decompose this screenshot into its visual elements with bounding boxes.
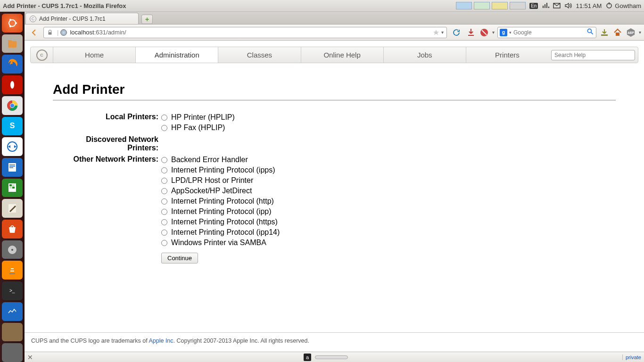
private-indicator[interactable]: private — [622, 354, 641, 360]
dash-icon[interactable] — [2, 14, 23, 33]
browser-tab[interactable]: C Add Printer - CUPS 1.7rc1 — [25, 13, 139, 24]
vlc-icon[interactable] — [2, 261, 23, 280]
sysmon-app-icon[interactable] — [2, 302, 23, 321]
radio-lpd[interactable] — [161, 178, 167, 184]
writer-icon[interactable] — [2, 158, 23, 177]
svg-point-12 — [10, 104, 14, 107]
help-search-input[interactable] — [551, 50, 635, 60]
svg-point-3 — [9, 19, 11, 21]
url-bar[interactable]: | localhost:631/admin/ ▾ — [43, 27, 447, 38]
nav-home[interactable]: Home — [53, 47, 136, 63]
firefox-icon[interactable] — [2, 55, 23, 74]
terminal-icon[interactable]: >_ — [2, 281, 23, 300]
svg-rect-30 — [9, 273, 15, 274]
radio-hp-printer[interactable] — [161, 115, 167, 121]
reload-button[interactable] — [450, 26, 463, 39]
svg-rect-35 — [468, 35, 474, 36]
printer-option: Internet Printing Protocol (ipp14) — [161, 227, 616, 238]
radio-samba[interactable] — [161, 240, 167, 246]
toolbar-dropdown-icon[interactable]: ▾ — [492, 30, 495, 35]
save-button-icon[interactable] — [599, 27, 610, 38]
addon-a-icon[interactable]: a — [304, 354, 311, 361]
svg-rect-28 — [11, 268, 14, 269]
svg-point-27 — [11, 249, 13, 251]
svg-point-9 — [10, 81, 14, 89]
search-go-icon[interactable] — [586, 28, 594, 37]
svg-rect-18 — [9, 166, 15, 167]
opera-icon[interactable] — [2, 75, 23, 94]
zoom-slider[interactable] — [315, 355, 348, 359]
nav-printers[interactable]: Printers — [466, 47, 548, 63]
svg-point-1 — [9, 20, 16, 26]
svg-rect-5 — [8, 41, 17, 48]
radio-hp-fax[interactable] — [161, 125, 167, 131]
search-engine-icon[interactable]: g — [500, 29, 507, 36]
svg-rect-22 — [12, 184, 15, 186]
bookmark-star-icon[interactable] — [433, 29, 439, 36]
nav-classes[interactable]: Classes — [218, 47, 301, 63]
downloads-button[interactable] — [466, 27, 476, 38]
session-indicator[interactable]: Gowtham — [605, 2, 641, 9]
svg-point-2 — [15, 22, 17, 24]
nav-administration[interactable]: Administration — [136, 47, 218, 63]
clock[interactable]: 11:51 AM — [576, 2, 602, 9]
radio-ipp14[interactable] — [161, 230, 167, 236]
back-button[interactable] — [27, 26, 41, 39]
printer-option: AppSocket/HP JetDirect — [161, 186, 616, 196]
other-printers-label: Other Network Printers: — [53, 154, 161, 165]
software-center-icon[interactable] — [2, 220, 23, 239]
radio-ipps[interactable] — [161, 167, 167, 173]
skype-icon[interactable]: S — [2, 117, 23, 136]
radio-backend-error[interactable] — [161, 157, 167, 163]
search-bar[interactable]: g ▾ — [497, 27, 596, 38]
firefox-addonbar: ✕ a private — [25, 352, 644, 362]
radio-http[interactable] — [161, 198, 167, 205]
teamviewer-icon[interactable] — [2, 137, 23, 156]
files-icon[interactable] — [2, 34, 23, 53]
printer-option: Internet Printing Protocol (ipps) — [161, 165, 616, 175]
page-content: Add Printer Local Printers: HP Printer (… — [25, 63, 644, 273]
apple-link[interactable]: Apple Inc. — [149, 337, 175, 344]
disk-icon[interactable] — [2, 240, 23, 259]
new-tab-button[interactable]: + — [141, 15, 153, 24]
url-dropdown-icon[interactable]: ▾ — [441, 30, 444, 35]
page-viewport: C Home Administration Classes Online Hel… — [25, 41, 644, 349]
noscript-button[interactable] — [479, 27, 489, 38]
abp-button[interactable]: ABP — [626, 27, 636, 38]
radio-https[interactable] — [161, 219, 167, 225]
tab-title: Add Printer - CUPS 1.7rc1 — [39, 16, 106, 22]
svg-rect-34 — [49, 32, 52, 34]
abp-dropdown-icon[interactable]: ▾ — [639, 30, 641, 35]
nav-jobs[interactable]: Jobs — [384, 47, 466, 63]
local-printers-label: Local Printers: — [53, 112, 161, 122]
chrome-icon[interactable] — [2, 96, 23, 115]
identity-icon — [47, 29, 53, 36]
svg-rect-23 — [9, 187, 12, 189]
nav-online-help[interactable]: Online Help — [301, 47, 384, 63]
continue-button[interactable]: Continue — [161, 253, 198, 263]
keyboard-indicator[interactable]: En — [529, 3, 538, 9]
radio-ipp[interactable] — [161, 209, 167, 215]
mail-indicator-icon[interactable] — [553, 2, 561, 9]
svg-text:S: S — [10, 122, 15, 130]
calc-icon[interactable] — [2, 179, 23, 197]
firefox-tabstrip: C Add Printer - CUPS 1.7rc1 + — [25, 12, 644, 25]
gedit-icon[interactable] — [2, 199, 23, 218]
home-button[interactable] — [612, 27, 623, 38]
devices-icon[interactable] — [2, 343, 23, 362]
page-title: Add Printer — [53, 82, 616, 100]
sound-indicator-icon[interactable] — [564, 2, 572, 9]
gimp-icon[interactable] — [2, 323, 23, 342]
network-indicator-icon[interactable] — [542, 2, 549, 9]
search-input[interactable] — [513, 29, 585, 36]
sysmon-indicator[interactable] — [456, 2, 526, 9]
discovered-printers-label: Discovered Network Printers: — [53, 134, 161, 153]
addonbar-close-icon[interactable]: ✕ — [27, 354, 33, 361]
printer-option: Internet Printing Protocol (https) — [161, 217, 616, 227]
unity-launcher: S >_ — [0, 12, 25, 362]
svg-text:ABP: ABP — [627, 31, 634, 34]
radio-appsocket[interactable] — [161, 188, 167, 194]
cups-logo[interactable]: C — [31, 47, 53, 63]
svg-point-37 — [587, 29, 591, 33]
svg-text:>_: >_ — [9, 288, 15, 293]
